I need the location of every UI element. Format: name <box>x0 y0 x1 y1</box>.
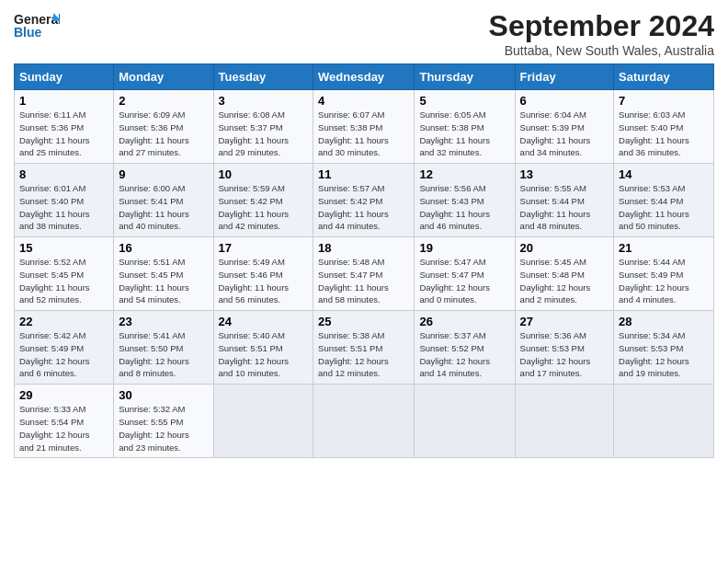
day-number: 27 <box>520 315 609 328</box>
day-info: Sunrise: 6:03 AMSunset: 5:40 PMDaylight:… <box>619 109 709 159</box>
calendar-cell: 8Sunrise: 6:01 AMSunset: 5:40 PMDaylight… <box>15 164 114 237</box>
calendar-cell: 28Sunrise: 5:34 AMSunset: 5:53 PMDayligh… <box>614 311 714 385</box>
col-tuesday: Tuesday <box>213 64 313 90</box>
day-info: Sunrise: 5:38 AMSunset: 5:51 PMDaylight:… <box>318 329 409 380</box>
day-info: Sunrise: 6:04 AMSunset: 5:39 PMDaylight:… <box>520 109 609 159</box>
calendar-cell: 19Sunrise: 5:47 AMSunset: 5:47 PMDayligh… <box>415 237 515 311</box>
day-number: 26 <box>419 315 509 328</box>
day-info: Sunrise: 5:45 AMSunset: 5:48 PMDaylight:… <box>520 256 609 306</box>
day-number: 21 <box>619 241 709 255</box>
day-number: 19 <box>419 241 509 255</box>
day-number: 7 <box>619 94 709 108</box>
calendar-cell <box>415 385 515 458</box>
day-number: 22 <box>19 315 108 328</box>
day-number: 25 <box>318 315 409 328</box>
calendar-cell: 21Sunrise: 5:44 AMSunset: 5:49 PMDayligh… <box>614 237 714 311</box>
day-number: 14 <box>619 167 709 181</box>
day-info: Sunrise: 5:57 AMSunset: 5:42 PMDaylight:… <box>318 182 409 233</box>
day-info: Sunrise: 6:01 AMSunset: 5:40 PMDaylight:… <box>19 182 108 233</box>
calendar-cell: 17Sunrise: 5:49 AMSunset: 5:46 PMDayligh… <box>213 237 313 311</box>
calendar-cell: 1Sunrise: 6:11 AMSunset: 5:36 PMDaylight… <box>15 90 114 164</box>
day-info: Sunrise: 6:00 AMSunset: 5:41 PMDaylight:… <box>119 182 208 233</box>
day-info: Sunrise: 5:34 AMSunset: 5:53 PMDaylight:… <box>619 329 709 380</box>
col-sunday: Sunday <box>15 64 114 90</box>
day-number: 30 <box>119 388 208 402</box>
calendar-cell <box>313 385 415 458</box>
day-number: 12 <box>419 167 509 181</box>
day-number: 29 <box>19 388 108 402</box>
day-info: Sunrise: 5:47 AMSunset: 5:47 PMDaylight:… <box>419 256 509 306</box>
day-info: Sunrise: 5:55 AMSunset: 5:44 PMDaylight:… <box>520 182 609 233</box>
day-info: Sunrise: 5:56 AMSunset: 5:43 PMDaylight:… <box>419 182 509 233</box>
day-info: Sunrise: 5:53 AMSunset: 5:44 PMDaylight:… <box>619 182 709 233</box>
day-info: Sunrise: 6:07 AMSunset: 5:38 PMDaylight:… <box>318 109 409 159</box>
col-friday: Friday <box>515 64 613 90</box>
calendar-cell: 20Sunrise: 5:45 AMSunset: 5:48 PMDayligh… <box>515 237 613 311</box>
day-number: 10 <box>219 167 309 181</box>
day-info: Sunrise: 5:42 AMSunset: 5:49 PMDaylight:… <box>19 329 108 380</box>
calendar-cell: 26Sunrise: 5:37 AMSunset: 5:52 PMDayligh… <box>415 311 515 385</box>
calendar-cell: 25Sunrise: 5:38 AMSunset: 5:51 PMDayligh… <box>313 311 415 385</box>
day-number: 20 <box>520 241 609 255</box>
day-info: Sunrise: 5:36 AMSunset: 5:53 PMDaylight:… <box>520 329 609 380</box>
location-subtitle: Buttaba, New South Wales, Australia <box>489 43 714 58</box>
calendar-cell: 9Sunrise: 6:00 AMSunset: 5:41 PMDaylight… <box>114 164 213 237</box>
day-info: Sunrise: 5:37 AMSunset: 5:52 PMDaylight:… <box>419 329 509 380</box>
day-info: Sunrise: 5:44 AMSunset: 5:49 PMDaylight:… <box>619 256 709 306</box>
calendar-cell: 2Sunrise: 6:09 AMSunset: 5:36 PMDaylight… <box>114 90 213 164</box>
calendar-row-1: 8Sunrise: 6:01 AMSunset: 5:40 PMDaylight… <box>15 164 714 237</box>
calendar-cell: 30Sunrise: 5:32 AMSunset: 5:55 PMDayligh… <box>114 385 213 458</box>
calendar-header: Sunday Monday Tuesday Wednesday Thursday… <box>15 64 714 90</box>
calendar-cell: 10Sunrise: 5:59 AMSunset: 5:42 PMDayligh… <box>213 164 313 237</box>
calendar-cell <box>213 385 313 458</box>
calendar-table: Sunday Monday Tuesday Wednesday Thursday… <box>14 63 714 458</box>
day-number: 16 <box>119 241 208 255</box>
calendar-row-4: 29Sunrise: 5:33 AMSunset: 5:54 PMDayligh… <box>15 385 714 458</box>
calendar-row-0: 1Sunrise: 6:11 AMSunset: 5:36 PMDaylight… <box>15 90 714 164</box>
col-saturday: Saturday <box>614 64 714 90</box>
col-monday: Monday <box>114 64 213 90</box>
month-title: September 2024 <box>489 9 714 43</box>
calendar-cell <box>515 385 613 458</box>
calendar-cell: 24Sunrise: 5:40 AMSunset: 5:51 PMDayligh… <box>213 311 313 385</box>
day-number: 24 <box>219 315 309 328</box>
calendar-row-3: 22Sunrise: 5:42 AMSunset: 5:49 PMDayligh… <box>15 311 714 385</box>
day-info: Sunrise: 5:51 AMSunset: 5:45 PMDaylight:… <box>119 256 208 306</box>
day-info: Sunrise: 5:41 AMSunset: 5:50 PMDaylight:… <box>119 329 208 380</box>
day-number: 2 <box>119 94 208 108</box>
page-header: General Blue September 2024 Buttaba, New… <box>14 9 714 58</box>
day-number: 17 <box>219 241 309 255</box>
calendar-cell: 7Sunrise: 6:03 AMSunset: 5:40 PMDaylight… <box>614 90 714 164</box>
day-number: 5 <box>419 94 509 108</box>
calendar-cell: 16Sunrise: 5:51 AMSunset: 5:45 PMDayligh… <box>114 237 213 311</box>
day-info: Sunrise: 5:52 AMSunset: 5:45 PMDaylight:… <box>19 256 108 306</box>
day-info: Sunrise: 6:09 AMSunset: 5:36 PMDaylight:… <box>119 109 208 159</box>
day-number: 4 <box>318 94 409 108</box>
day-info: Sunrise: 5:33 AMSunset: 5:54 PMDaylight:… <box>19 403 108 454</box>
calendar-cell: 13Sunrise: 5:55 AMSunset: 5:44 PMDayligh… <box>515 164 613 237</box>
header-row: Sunday Monday Tuesday Wednesday Thursday… <box>15 64 714 90</box>
col-thursday: Thursday <box>415 64 515 90</box>
day-number: 15 <box>19 241 108 255</box>
calendar-cell: 3Sunrise: 6:08 AMSunset: 5:37 PMDaylight… <box>213 90 313 164</box>
day-number: 9 <box>119 167 208 181</box>
day-number: 6 <box>520 94 609 108</box>
calendar-cell: 27Sunrise: 5:36 AMSunset: 5:53 PMDayligh… <box>515 311 613 385</box>
calendar-body: 1Sunrise: 6:11 AMSunset: 5:36 PMDaylight… <box>15 90 714 458</box>
day-number: 1 <box>19 94 108 108</box>
calendar-cell: 6Sunrise: 6:04 AMSunset: 5:39 PMDaylight… <box>515 90 613 164</box>
calendar-cell <box>614 385 714 458</box>
day-number: 3 <box>219 94 309 108</box>
day-number: 8 <box>19 167 108 181</box>
logo: General Blue <box>14 9 60 44</box>
calendar-cell: 5Sunrise: 6:05 AMSunset: 5:38 PMDaylight… <box>415 90 515 164</box>
day-number: 28 <box>619 315 709 328</box>
day-info: Sunrise: 5:40 AMSunset: 5:51 PMDaylight:… <box>219 329 309 380</box>
calendar-cell: 14Sunrise: 5:53 AMSunset: 5:44 PMDayligh… <box>614 164 714 237</box>
day-info: Sunrise: 5:32 AMSunset: 5:55 PMDaylight:… <box>119 403 208 454</box>
col-wednesday: Wednesday <box>313 64 415 90</box>
day-info: Sunrise: 5:48 AMSunset: 5:47 PMDaylight:… <box>318 256 409 306</box>
calendar-cell: 12Sunrise: 5:56 AMSunset: 5:43 PMDayligh… <box>415 164 515 237</box>
calendar-cell: 15Sunrise: 5:52 AMSunset: 5:45 PMDayligh… <box>15 237 114 311</box>
day-number: 18 <box>318 241 409 255</box>
